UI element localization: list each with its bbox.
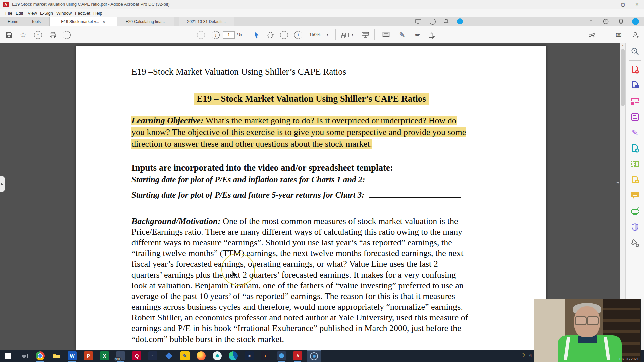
menu-window[interactable]: Window bbox=[55, 10, 73, 16]
edit-pdf-icon[interactable] bbox=[630, 112, 640, 122]
moon-notification-icon[interactable]: ☽ bbox=[521, 352, 525, 358]
start-button[interactable] bbox=[3, 351, 12, 360]
tab-home[interactable]: Home bbox=[3, 17, 23, 26]
person-sign-icon[interactable] bbox=[631, 31, 640, 39]
taskbar-quicken-icon[interactable]: Q bbox=[132, 351, 141, 360]
menu-file[interactable]: File bbox=[4, 10, 14, 16]
zoom-out-icon[interactable]: − bbox=[280, 31, 288, 39]
taskbar-diamond-app-icon[interactable] bbox=[164, 351, 173, 360]
tab-close-icon[interactable]: ✕ bbox=[102, 20, 105, 24]
export-pdf-icon[interactable] bbox=[630, 81, 640, 90]
starting-date-line2: Starting date for plot of P/Es and futur… bbox=[131, 190, 461, 200]
scrollbar-thumb[interactable] bbox=[621, 49, 625, 106]
menu-help[interactable]: Help bbox=[92, 10, 104, 16]
monitor-icon[interactable] bbox=[415, 19, 422, 24]
save-icon[interactable] bbox=[5, 31, 13, 39]
share-upload-icon[interactable]: ↑ bbox=[34, 31, 42, 39]
create-pdf-icon[interactable] bbox=[630, 65, 640, 74]
comment-icon[interactable] bbox=[630, 191, 640, 200]
combine-files-icon[interactable] bbox=[630, 97, 640, 106]
taskbar-recorder-active[interactable] bbox=[307, 350, 321, 362]
taskbar-firefox-icon[interactable] bbox=[197, 351, 206, 360]
tab-document-2[interactable]: E20 Calculating fina... bbox=[117, 17, 174, 26]
scan-ocr-icon[interactable] bbox=[630, 207, 640, 216]
select-tool-icon[interactable] bbox=[252, 31, 261, 39]
page-number-input[interactable]: 1 bbox=[223, 31, 235, 39]
comment-note-icon[interactable] bbox=[382, 31, 390, 39]
title-bar: A E19 Stock market valuation using CAPE … bbox=[0, 0, 644, 9]
blank-field-2[interactable] bbox=[369, 190, 461, 198]
pdf-page[interactable]: E19 –Stock Market Valuation Using Shille… bbox=[76, 46, 546, 350]
badge-count: 99+ bbox=[114, 357, 122, 361]
taskbar-chrome-icon[interactable] bbox=[36, 351, 45, 360]
taskbar-teams-icon[interactable] bbox=[277, 351, 286, 360]
taskbar-pen-app-icon[interactable]: ✎ bbox=[180, 351, 190, 360]
taskbar-mail-badge-icon[interactable]: 99+ bbox=[116, 351, 125, 360]
account-avatar[interactable] bbox=[632, 18, 639, 25]
reading-mode-icon[interactable] bbox=[361, 31, 370, 39]
background-line3: different ways to measure “earnings”. Sh… bbox=[131, 237, 452, 248]
close-button[interactable]: ✕ bbox=[630, 0, 644, 9]
print-icon[interactable] bbox=[48, 31, 57, 39]
history-clock-icon[interactable] bbox=[603, 19, 609, 24]
avatar-small-icon[interactable] bbox=[457, 18, 463, 24]
nav-pane-toggle-icon[interactable]: ▶ bbox=[0, 176, 5, 192]
webcam-glasses-right bbox=[587, 316, 599, 325]
blank-field-1[interactable] bbox=[370, 175, 460, 182]
bell-small-icon[interactable] bbox=[444, 19, 449, 24]
more-tools-icon[interactable] bbox=[630, 238, 640, 248]
page-count-label: / 5 bbox=[237, 32, 241, 37]
search-eye-icon[interactable] bbox=[630, 47, 640, 56]
page-fit-dropdown-icon[interactable]: ▼ bbox=[351, 33, 354, 36]
previous-page-icon[interactable]: ↑ bbox=[197, 31, 205, 39]
zoom-level-value[interactable]: 150% bbox=[309, 32, 320, 37]
taskbar-acrobat-icon[interactable]: A bbox=[293, 351, 302, 360]
tab-tools[interactable]: Tools bbox=[29, 17, 43, 26]
tab-document-3[interactable]: 2021-10-31 Defaulti... bbox=[179, 17, 234, 26]
protect-icon[interactable] bbox=[630, 223, 640, 232]
taskbar-excel-icon[interactable]: X bbox=[100, 351, 109, 360]
menu-view[interactable]: View bbox=[26, 10, 38, 16]
taskbar-word-icon[interactable]: W bbox=[68, 351, 77, 360]
touch-keyboard-icon[interactable] bbox=[19, 351, 29, 360]
bell-icon[interactable] bbox=[618, 18, 624, 24]
background-line11: earnings and P/E in his book “Irrational… bbox=[131, 323, 461, 334]
page-fit-icon[interactable] bbox=[341, 31, 350, 39]
sign-stamp-icon[interactable] bbox=[427, 31, 436, 39]
tab-document-active[interactable]: E19 Stock market v... ✕ bbox=[49, 17, 117, 26]
send-review-icon[interactable] bbox=[630, 144, 640, 153]
zoom-dropdown-icon[interactable]: ▼ bbox=[326, 33, 329, 36]
find-icon[interactable]: ⋯ bbox=[62, 31, 71, 39]
minimize-button[interactable]: – bbox=[602, 0, 616, 9]
share-screen-icon[interactable] bbox=[588, 19, 594, 24]
fill-sign-icon[interactable]: ✎ bbox=[630, 128, 640, 137]
taskbar-navy-app-icon[interactable]: ▦ bbox=[245, 351, 254, 360]
webcam-overlay: 10/31/2021 bbox=[534, 299, 641, 362]
envelope-icon[interactable]: ✉ bbox=[614, 31, 623, 39]
fountain-pen-icon[interactable]: ✒ bbox=[413, 31, 422, 39]
star-icon[interactable]: ☆ bbox=[19, 31, 28, 39]
scroll-up-icon[interactable]: ▲ bbox=[620, 43, 625, 48]
taskbar-orange-app-icon[interactable]: ◗ bbox=[261, 351, 270, 360]
zoom-in-icon[interactable]: + bbox=[294, 31, 303, 39]
taskbar-bird-app-icon[interactable]: ~ bbox=[148, 351, 157, 360]
compress-pdf-icon[interactable] bbox=[630, 175, 640, 185]
taskbar-powerpoint-icon[interactable]: P bbox=[84, 351, 93, 360]
taskbar-explorer-icon[interactable] bbox=[52, 351, 61, 360]
menu-esign[interactable]: E-Sign bbox=[39, 10, 54, 16]
menu-edit[interactable]: Edit bbox=[14, 10, 24, 16]
next-page-icon[interactable]: ↓ bbox=[211, 31, 220, 39]
panel-collapse-icon[interactable]: ◀ bbox=[616, 178, 620, 187]
window-title: E19 Stock market valuation using CAPE ra… bbox=[12, 2, 170, 7]
pencil-highlight-icon[interactable]: ✎ bbox=[398, 31, 407, 39]
starting-date-line1: Starting date for plot of P/Es and infla… bbox=[131, 174, 460, 185]
maximize-button[interactable]: ▢ bbox=[616, 0, 630, 9]
taskbar-edge-icon[interactable] bbox=[229, 351, 238, 360]
menu-factset[interactable]: FactSet bbox=[74, 10, 92, 16]
help-circle-icon[interactable] bbox=[430, 19, 436, 25]
organize-pages-icon[interactable] bbox=[630, 160, 640, 169]
link-icon[interactable] bbox=[588, 31, 596, 39]
hand-tool-icon[interactable] bbox=[266, 31, 274, 39]
learning-objective-line2: you know? The objective of this exercise… bbox=[131, 127, 466, 138]
taskbar-meeting-app-icon[interactable]: ✽ bbox=[213, 351, 222, 360]
